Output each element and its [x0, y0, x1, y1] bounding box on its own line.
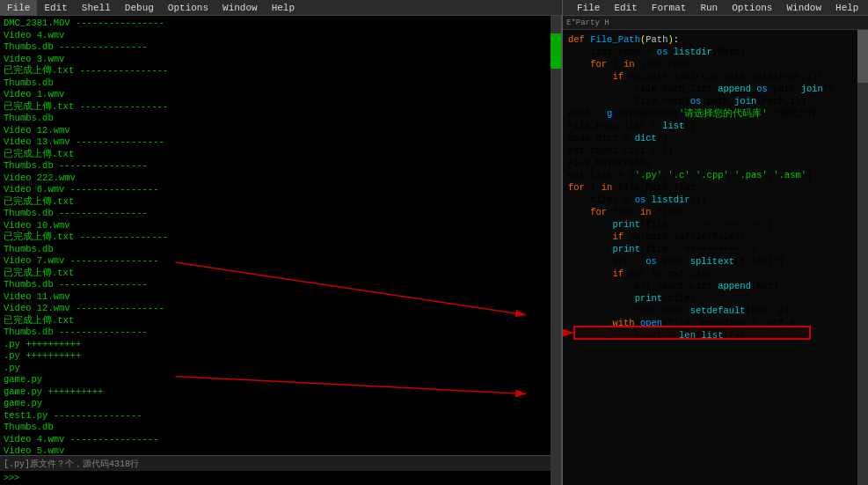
editor-scrollbar[interactable] [857, 30, 868, 485]
terminal-line: Thumbs.db ---------------- [4, 208, 558, 220]
code-line: for file in files: [568, 206, 863, 218]
code-line: print(file) [568, 292, 863, 305]
code-line: for i in list_Path: [568, 58, 863, 70]
terminal-line: .py ++++++++++ [4, 339, 558, 351]
code-line: def File_Path(Path): [568, 33, 863, 46]
menu-file-right[interactable]: File [570, 0, 607, 16]
terminal-line: Thumbs.db ---------------- [4, 41, 558, 54]
terminal-line: 已完成上傳.txt ---------------- [4, 101, 558, 114]
menubar-right: File Edit Format Run Options Window Help [563, 0, 868, 16]
code-line: files = os.listdir(i) [568, 194, 863, 206]
editor-header: E*Party H [563, 16, 868, 30]
menu-window-right[interactable]: Window [779, 0, 828, 16]
terminal-line: Thumbs.db [4, 77, 558, 90]
menu-options-right[interactable]: Options [725, 0, 779, 16]
menubar-left: File Edit Shell Debug Options Window Hel… [0, 0, 563, 16]
terminal-line: Thumbs.db ---------------- [4, 279, 558, 291]
code-line: code_Dict = dict() [568, 132, 863, 144]
terminal-line: Video 10.wmv [4, 220, 558, 232]
terminal-line: .py ++++++++++ [4, 350, 558, 363]
terminal-line: .py [4, 363, 558, 375]
terminal-line: 已完成上傳.txt [4, 149, 558, 161]
editor-scrollbar-thumb[interactable] [857, 30, 868, 83]
terminal-line: 已完成上傳.txt ---------------- [4, 65, 558, 77]
menu-edit-left[interactable]: Edit [37, 0, 74, 16]
terminal-line: Video 4.wmv ---------------- [4, 434, 558, 446]
terminal-line: game.py [4, 398, 558, 410]
code-line: for i in File_Path_list: [568, 181, 863, 194]
code-line: if Ext in ext_List: [568, 268, 863, 280]
terminal-scrollbar[interactable] [551, 16, 561, 485]
code-line: list_Path = os.listdir(Path) [568, 46, 863, 58]
code-line: ext_count_List = [] [568, 144, 863, 157]
terminal-line: DMC_2381.MOV ---------------- [4, 18, 558, 30]
code-line: File_Path(Path) [568, 157, 863, 169]
terminal-line: Thumbs.db [4, 113, 558, 125]
terminal-prompt: >>> [4, 474, 19, 483]
terminal-line: Video 13.wmv ---------------- [4, 136, 558, 149]
menu-run[interactable]: Run [693, 0, 725, 16]
code-line: if os.path.isfile(file): [568, 231, 863, 243]
code-line: print(file, '--------------') [568, 218, 863, 231]
terminal-line: game.py ++++++++++ [4, 386, 558, 399]
terminal-content[interactable]: DMC_2381.MOV ----------------Video 4.wmv… [0, 16, 561, 455]
code-line: with open(file, encoding = 'utf-8 [568, 317, 863, 329]
menu-shell[interactable]: Shell [75, 0, 118, 16]
terminal-line: Video 4.wmv [4, 30, 558, 42]
menu-debug[interactable]: Debug [118, 0, 161, 16]
terminal-line: test1.py ---------------- [4, 410, 558, 423]
terminal-line: Video 6.wmv ---------------- [4, 184, 558, 196]
terminal-line: Video 11.wmv [4, 291, 558, 304]
code-line: ext_List = ['.py','.c','.cpp','.pas','.a… [568, 169, 863, 181]
menu-file-left[interactable]: File [0, 0, 37, 16]
terminal-line: Thumbs.db [4, 422, 558, 434]
right-panel[interactable]: E*Party H def File_Path(Path): list_Path… [563, 16, 868, 485]
code-content[interactable]: def File_Path(Path): list_Path = os.list… [563, 30, 868, 485]
menu-options-left[interactable]: Options [161, 0, 215, 16]
terminal-line: 已完成上傳.txt [4, 268, 558, 280]
terminal-line: Video 12.wmv [4, 125, 558, 137]
terminal-line: Video 3.wmv [4, 54, 558, 66]
code-line: ext_count_List.append(Ext) [568, 280, 863, 292]
menu-window-left[interactable]: Window [215, 0, 265, 16]
main-content: DMC_2381.MOV ----------------Video 4.wmv… [0, 16, 868, 485]
terminal-line: Thumbs.db ---------------- [4, 160, 558, 173]
code-line: File_Path(os.path.join(Path,i)) [568, 95, 863, 107]
menu-help-right[interactable]: Help [828, 0, 865, 16]
terminal-scrollbar-thumb[interactable] [551, 33, 561, 69]
terminal-line: Thumbs.db [4, 244, 558, 256]
code-line: code_Dict.setdefault(Ext, 0) [568, 305, 863, 317]
code-line: Path = g.diropenbox('请选择您的代码库','浏览文件 [568, 107, 863, 120]
terminal-status-text: [.py]原文件？个，源代码4318行 [4, 458, 139, 470]
menubar: File Edit Shell Debug Options Window Hel… [0, 0, 868, 16]
terminal-status: [.py]原文件？个，源代码4318行 [0, 455, 561, 471]
menu-edit-right[interactable]: Edit [607, 0, 644, 16]
code-line: count = len(list(f)) [568, 329, 863, 342]
code-line: Ext = os.path.splitext(file)[1] [568, 255, 863, 268]
terminal-line: Video 1.wmv [4, 89, 558, 101]
editor-header-text: E*Party H [566, 18, 609, 27]
menu-format[interactable]: Format [645, 0, 694, 16]
code-line: File_Path_list.append(os.path.join(P [568, 83, 863, 95]
terminal-prompt-line: >>> [0, 471, 561, 485]
left-panel[interactable]: DMC_2381.MOV ----------------Video 4.wmv… [0, 16, 563, 485]
terminal-line: Video 7.wmv ---------------- [4, 255, 558, 268]
terminal-line: 已完成上傳.txt [4, 315, 558, 327]
menu-help-left[interactable]: Help [265, 0, 302, 16]
terminal-line: Video 222.wmv [4, 173, 558, 185]
terminal-line: game.py [4, 374, 558, 386]
code-line: print(file, '++++++++++' ) [568, 243, 863, 255]
terminal-line: Thumbs.db ---------------- [4, 327, 558, 339]
terminal-line: Video 5.wmv [4, 445, 558, 455]
code-line: File_Path_list = list() [568, 120, 863, 132]
terminal-line: Video 12.wmv ---------------- [4, 303, 558, 315]
terminal-line: 已完成上傳.txt [4, 196, 558, 209]
terminal-line: 已完成上傳.txt ---------------- [4, 231, 558, 244]
code-line: if os.path.isdir(os.path.join(Path,i)): [568, 70, 863, 83]
